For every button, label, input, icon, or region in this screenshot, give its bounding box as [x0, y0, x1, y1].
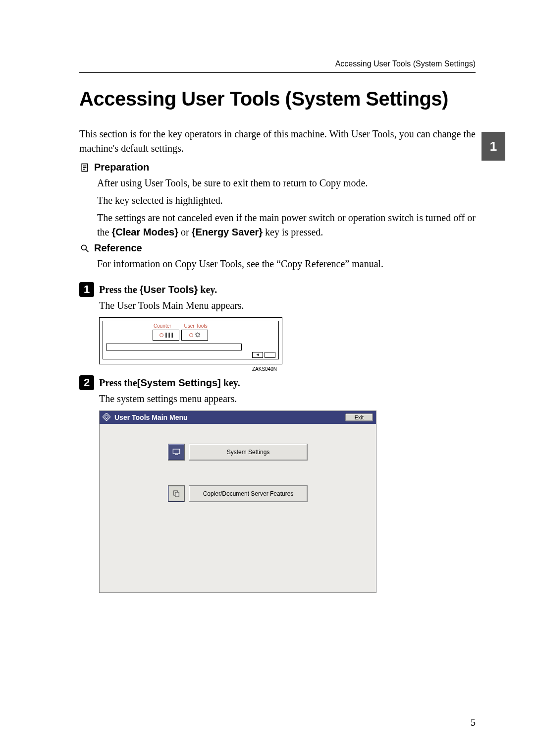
svg-marker-6	[195, 333, 200, 338]
panel-corner-right	[265, 352, 275, 358]
step2-prefix: Press the	[99, 377, 137, 388]
svg-rect-14	[175, 492, 179, 497]
control-panel-illustration: Counter User Tools ◄ ZAKS040N	[99, 317, 282, 364]
panel-label-counter: Counter	[154, 323, 171, 329]
step1-prefix: Press the	[99, 284, 140, 295]
copier-document-server-features-button[interactable]: Copier/Document Server Features	[189, 485, 308, 502]
prep-line-2: The key selected is highlighted.	[97, 193, 476, 208]
clear-modes-key: Clear Modes	[115, 227, 174, 237]
prep-settings-line: The settings are not canceled even if th…	[97, 211, 476, 239]
preparation-heading-row: Preparation	[79, 162, 476, 173]
panel-code: ZAKS040N	[252, 366, 277, 372]
step-1-number: 1	[79, 282, 94, 297]
svg-rect-10	[175, 455, 178, 456]
counter-button	[153, 330, 179, 341]
user-tools-main-menu-screenshot: User Tools Main Menu Exit System Setting…	[99, 410, 376, 593]
panel-corner-left: ◄	[252, 352, 263, 358]
svg-rect-7	[103, 413, 110, 421]
reference-text: For information on Copy User Tools, see …	[97, 257, 476, 271]
header-rule	[79, 72, 476, 73]
intro-paragraph: This section is for the key operators in…	[79, 127, 476, 156]
note-icon	[79, 162, 90, 173]
reference-heading: Reference	[94, 242, 142, 254]
svg-rect-8	[105, 415, 108, 419]
step-1-sub: The User Tools Main Menu appears.	[99, 300, 476, 311]
user-tools-button	[181, 330, 208, 341]
step-2-sub: The system settings menu appears.	[99, 393, 476, 405]
energy-saver-key: Energy Saver	[195, 227, 259, 237]
svg-line-5	[86, 249, 89, 252]
screenshot-title: User Tools Main Menu	[114, 413, 188, 421]
prep-line-1: After using User Tools, be sure to exit …	[97, 176, 476, 190]
page-title: Accessing User Tools (System Settings)	[79, 88, 476, 110]
prep-between: or	[178, 227, 192, 237]
screenshot-body: System Settings Copier/Document Server F…	[100, 424, 376, 592]
system-settings-icon-button[interactable]	[168, 444, 185, 461]
reference-heading-row: Reference	[79, 242, 476, 254]
step1-suffix: key.	[198, 284, 217, 295]
exit-button[interactable]: Exit	[345, 413, 373, 421]
running-header: Accessing User Tools (System Settings)	[79, 59, 476, 68]
system-settings-key: [System Settings]	[137, 377, 221, 388]
step-2: 2 Press the[System Settings] key.	[79, 375, 476, 390]
step-2-number: 2	[79, 375, 94, 390]
svg-rect-9	[173, 449, 180, 454]
screenshot-titlebar: User Tools Main Menu Exit	[100, 411, 376, 424]
prep-suffix: key is pressed.	[263, 227, 323, 237]
user-tools-key: User Tools	[144, 284, 194, 295]
step-1-text: Press the {User Tools} key.	[99, 284, 217, 295]
panel-slot	[106, 344, 242, 350]
step2-suffix: key.	[221, 377, 240, 388]
preparation-heading: Preparation	[94, 162, 149, 173]
step-1: 1 Press the {User Tools} key.	[79, 282, 476, 297]
system-settings-button[interactable]: System Settings	[189, 444, 308, 461]
step-2-text: Press the[System Settings] key.	[99, 377, 240, 389]
diamond-icon	[103, 413, 110, 422]
chapter-tab: 1	[482, 132, 505, 161]
copier-features-icon-button[interactable]	[168, 485, 185, 502]
panel-label-usertools: User Tools	[184, 323, 208, 329]
page-number: 5	[471, 717, 476, 728]
search-icon	[79, 243, 90, 254]
